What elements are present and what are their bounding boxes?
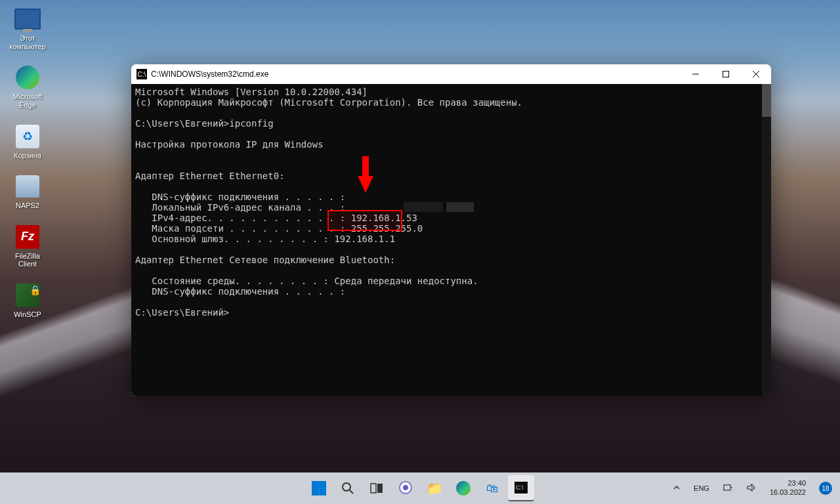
taskbar-store[interactable]: 🛍: [479, 475, 505, 501]
taskbar-edge[interactable]: [450, 475, 476, 501]
scrollbar[interactable]: [762, 84, 771, 396]
desktop-icon-filezilla[interactable]: Fz FileZillaClient: [4, 222, 51, 270]
desktop-icons-area: Этоткомпьютер MicrosoftEdge Корзина NAPS…: [4, 4, 51, 320]
tray-network[interactable]: [719, 480, 737, 497]
terminal-line: Настройка протокола IP для Windows: [135, 139, 324, 150]
tray-notifications[interactable]: 18: [815, 479, 836, 497]
terminal-line: Основной шлюз. . . . . . . . . : 192.168…: [135, 234, 395, 244]
redacted-region: [446, 202, 474, 212]
icon-label: Этоткомпьютер: [9, 34, 45, 51]
clock-date: 16.03.2022: [770, 488, 806, 497]
terminal-line: C:\Users\Евгений>ipconfig: [135, 118, 274, 129]
desktop-icon-winscp[interactable]: WinSCP: [4, 280, 51, 320]
terminal-line: DNS-суффикс подключения . . . . . :: [135, 286, 345, 297]
windows-logo-icon: [312, 481, 326, 495]
terminal-line: C:\Users\Евгений>: [135, 307, 229, 318]
search-button[interactable]: [335, 475, 361, 501]
annotation-arrow-stem: [362, 156, 369, 177]
terminal-line: (c) Корпорация Майкрософт (Microsoft Cor…: [135, 97, 522, 108]
annotation-arrow-head: [358, 176, 373, 193]
svg-rect-10: [724, 485, 730, 490]
search-icon: [341, 482, 354, 495]
start-button[interactable]: [306, 475, 332, 501]
scrollbar-thumb[interactable]: [762, 84, 771, 117]
maximize-button[interactable]: [711, 64, 741, 84]
annotation-highlight: [327, 210, 402, 231]
desktop-icon-edge[interactable]: MicrosoftEdge: [4, 62, 51, 110]
folder-icon: 📁: [427, 480, 443, 496]
task-view-icon: [370, 482, 383, 495]
taskbar: 📁 🛍 C:\ ENG 23:40 16.03.2022 18: [0, 472, 840, 504]
taskbar-cmd[interactable]: C:\: [508, 475, 534, 501]
tray-clock[interactable]: 23:40 16.03.2022: [766, 476, 810, 500]
filezilla-icon: Fz: [14, 223, 41, 251]
terminal-body[interactable]: Microsoft Windows [Version 10.0.22000.43…: [131, 84, 771, 396]
network-icon: [723, 482, 733, 493]
svg-point-4: [343, 483, 350, 491]
notification-badge: 18: [819, 482, 832, 495]
chevron-up-icon: [673, 484, 681, 492]
tray-language[interactable]: ENG: [690, 482, 713, 495]
tray-volume[interactable]: [742, 480, 761, 497]
system-tray: ENG 23:40 16.03.2022 18: [669, 476, 836, 500]
terminal-line: DNS-суффикс подключения . . . . . :: [135, 192, 345, 202]
cmd-icon: C:\: [514, 482, 528, 494]
desktop-icon-recycle-bin[interactable]: Корзина: [4, 121, 51, 161]
terminal-line: Microsoft Windows [Version 10.0.22000.43…: [135, 87, 368, 97]
desktop-icon-this-pc[interactable]: Этоткомпьютер: [4, 4, 51, 52]
titlebar[interactable]: C:\ C:\WINDOWS\system32\cmd.exe: [131, 64, 771, 84]
svg-rect-7: [377, 484, 383, 493]
chat-icon: [398, 481, 413, 495]
close-icon: [753, 71, 759, 77]
redacted-region: [404, 202, 443, 212]
edge-icon: [14, 64, 41, 91]
clock-time: 23:40: [770, 479, 806, 488]
minimize-icon: [692, 71, 699, 77]
terminal-line: Локальный IPv6-адрес канала . . . :: [135, 202, 345, 213]
svg-rect-6: [371, 484, 376, 493]
icon-label: NAPS2: [16, 201, 39, 210]
taskbar-explorer[interactable]: 📁: [421, 475, 448, 501]
desktop-icon-naps2[interactable]: NAPS2: [4, 171, 51, 211]
maximize-icon: [723, 71, 729, 77]
icon-label: Корзина: [14, 152, 41, 160]
svg-point-9: [403, 485, 408, 490]
terminal-line: Адаптер Ethernet Сетевое подключение Blu…: [135, 255, 395, 265]
icon-label: FileZillaClient: [15, 252, 40, 268]
speaker-icon: [746, 482, 757, 493]
icon-label: WinSCP: [14, 310, 41, 319]
store-icon: 🛍: [486, 482, 498, 495]
taskbar-chat[interactable]: [392, 475, 419, 501]
recycle-bin-icon: [14, 123, 41, 150]
svg-rect-1: [723, 72, 729, 77]
minimize-button[interactable]: [681, 64, 711, 84]
cmd-icon: C:\: [136, 69, 147, 79]
edge-icon: [456, 481, 471, 495]
task-view-button[interactable]: [364, 475, 390, 501]
svg-line-5: [350, 490, 353, 494]
scanner-icon: [14, 173, 41, 200]
icon-label: MicrosoftEdge: [13, 93, 43, 109]
window-controls: [681, 64, 771, 84]
terminal-line: Состояние среды. . . . . . . . : Среда п…: [135, 276, 478, 286]
svg-marker-12: [747, 484, 752, 491]
cmd-window: C:\ C:\WINDOWS\system32\cmd.exe Microsof…: [131, 64, 771, 396]
winscp-icon: [14, 282, 41, 309]
terminal-line: Адаптер Ethernet Ethernet0:: [135, 171, 285, 181]
pc-icon: [14, 5, 41, 33]
close-button[interactable]: [741, 64, 771, 84]
window-title: C:\WINDOWS\system32\cmd.exe: [151, 70, 681, 79]
tray-overflow[interactable]: [669, 481, 684, 495]
taskbar-center: 📁 🛍 C:\: [306, 475, 534, 501]
